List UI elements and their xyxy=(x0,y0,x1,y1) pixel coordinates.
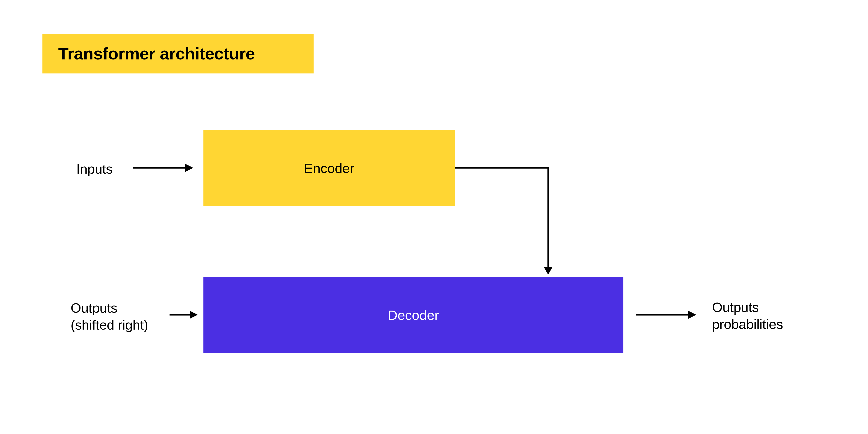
encoder-label: Encoder xyxy=(304,160,354,176)
outputs-prob-line2: probabilities xyxy=(712,316,783,332)
arrow-outputs-shifted-to-decoder xyxy=(169,311,198,319)
outputs-shifted-line2: (shifted right) xyxy=(71,317,148,333)
arrow-encoder-to-decoder xyxy=(455,168,553,275)
encoder-block: Encoder xyxy=(204,130,455,206)
inputs-text: Inputs xyxy=(76,161,113,177)
title-text: Transformer architecture xyxy=(58,44,255,63)
outputs-shifted-label: Outputs (shifted right) xyxy=(71,300,148,333)
title-box: Transformer architecture xyxy=(42,34,314,73)
svg-marker-1 xyxy=(185,164,193,172)
arrow-decoder-to-outputs-prob xyxy=(636,311,696,319)
diagram-stage: Transformer architecture Inputs Outputs … xyxy=(0,0,868,434)
svg-marker-2 xyxy=(544,267,553,275)
outputs-prob-label: Outputs probabilities xyxy=(712,299,783,333)
outputs-prob-line1: Outputs xyxy=(712,300,759,315)
arrow-inputs-to-encoder xyxy=(133,164,193,172)
inputs-label: Inputs xyxy=(76,160,113,178)
svg-marker-4 xyxy=(190,311,198,319)
outputs-shifted-line1: Outputs xyxy=(71,300,118,315)
decoder-block: Decoder xyxy=(204,277,623,353)
decoder-label: Decoder xyxy=(388,307,439,323)
svg-marker-6 xyxy=(688,311,696,319)
